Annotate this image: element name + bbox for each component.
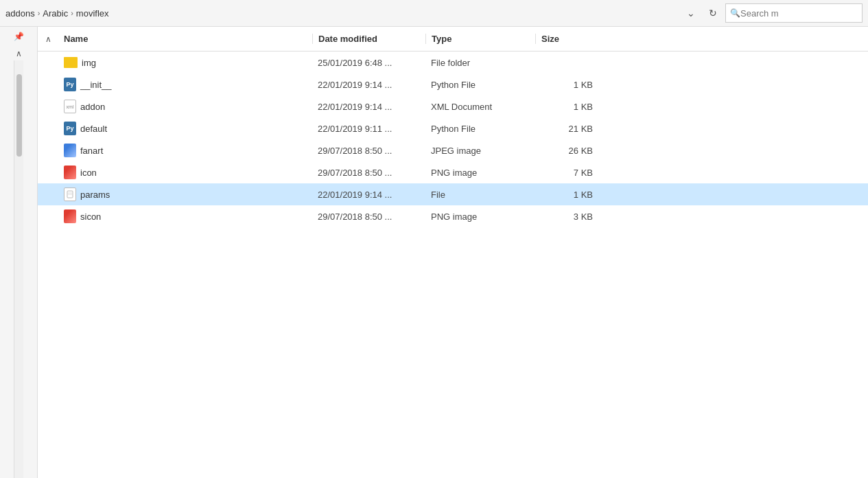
file-date-cell: 22/01/2019 9:14 ...: [312, 190, 425, 200]
file-icon: [64, 187, 76, 201]
table-row[interactable]: img 25/01/2019 6:48 ... File folder: [38, 52, 868, 73]
png-icon: [64, 209, 76, 223]
breadcrumb-arabic[interactable]: Arabic: [43, 8, 68, 19]
search-input[interactable]: [740, 8, 858, 19]
main-layout: 📌 ∧ ∧ Name Date modified Type Size img 2…: [0, 27, 868, 478]
breadcrumb-addons[interactable]: addons: [5, 8, 35, 19]
file-name-text: params: [80, 190, 110, 200]
file-date-cell: 22/01/2019 9:11 ...: [312, 124, 425, 134]
breadcrumb-sep-1: ›: [38, 9, 40, 17]
file-list: img 25/01/2019 6:48 ... File folder Py _…: [38, 52, 868, 478]
file-name-cell: params: [38, 187, 312, 201]
file-type-cell: JPEG image: [425, 146, 535, 156]
file-name-cell: fanart: [38, 144, 312, 157]
refresh-btn[interactable]: ↻: [703, 3, 723, 23]
python-icon: Py: [64, 78, 76, 91]
file-type-cell: PNG image: [425, 168, 535, 178]
top-bar: addons › Arabic › moviflex ⌄ ↻ 🔍: [0, 0, 868, 27]
dropdown-recent-btn[interactable]: ⌄: [681, 3, 701, 23]
file-name-text: img: [82, 58, 96, 68]
folder-icon: [64, 57, 78, 68]
scrollbar-thumb[interactable]: [16, 74, 22, 157]
breadcrumb: addons › Arabic › moviflex: [5, 8, 681, 19]
file-name-cell: xml addon: [38, 100, 312, 113]
png-icon: [64, 166, 76, 179]
xml-icon: xml: [64, 100, 76, 113]
col-header-name[interactable]: Name: [58, 34, 312, 44]
col-header-size[interactable]: Size: [535, 34, 604, 44]
file-date-cell: 29/07/2018 8:50 ...: [312, 168, 425, 178]
file-name-text: fanart: [80, 146, 103, 156]
file-type-cell: File: [425, 190, 535, 200]
file-name-cell: Py default: [38, 122, 312, 135]
file-size-cell: 1 KB: [535, 80, 604, 90]
file-name-cell: img: [38, 57, 312, 68]
table-row[interactable]: xml addon 22/01/2019 9:14 ... XML Docume…: [38, 95, 868, 117]
nav-collapse-btn[interactable]: ∧: [11, 46, 26, 60]
table-row[interactable]: icon 29/07/2018 8:50 ... PNG image 7 KB: [38, 161, 868, 183]
file-type-cell: PNG image: [425, 212, 535, 222]
column-header: ∧ Name Date modified Type Size: [38, 27, 868, 52]
pin-btn[interactable]: 📌: [11, 30, 26, 43]
file-date-cell: 25/01/2019 6:48 ...: [312, 58, 425, 68]
file-size-cell: 1 KB: [535, 102, 604, 112]
file-size-cell: 1 KB: [535, 190, 604, 200]
table-row[interactable]: fanart 29/07/2018 8:50 ... JPEG image 26…: [38, 139, 868, 161]
file-name-cell: sicon: [38, 209, 312, 223]
table-row[interactable]: Py default 22/01/2019 9:11 ... Python Fi…: [38, 117, 868, 139]
breadcrumb-moviflex[interactable]: moviflex: [76, 8, 109, 19]
file-name-text: sicon: [80, 212, 101, 222]
breadcrumb-sep-2: ›: [71, 9, 73, 17]
col-header-type[interactable]: Type: [425, 34, 535, 44]
file-type-cell: Python File: [425, 124, 535, 134]
python-icon: Py: [64, 122, 76, 135]
file-size-cell: 26 KB: [535, 146, 604, 156]
table-row[interactable]: params 22/01/2019 9:14 ... File 1 KB: [38, 183, 868, 205]
file-size-cell: 7 KB: [535, 168, 604, 178]
file-date-cell: 22/01/2019 9:14 ...: [312, 80, 425, 90]
jpeg-icon: [64, 144, 76, 157]
file-name-cell: Py __init__: [38, 78, 312, 91]
col-header-date[interactable]: Date modified: [312, 34, 425, 44]
search-icon: 🔍: [730, 8, 740, 18]
table-row[interactable]: Py __init__ 22/01/2019 9:14 ... Python F…: [38, 73, 868, 95]
scrollbar-area: [14, 60, 23, 478]
nav-pane: 📌 ∧: [0, 27, 38, 478]
file-name-text: __init__: [80, 80, 112, 90]
table-row[interactable]: sicon 29/07/2018 8:50 ... PNG image 3 KB: [38, 205, 868, 227]
file-type-cell: Python File: [425, 80, 535, 90]
file-type-cell: File folder: [425, 58, 535, 68]
file-name-cell: icon: [38, 166, 312, 179]
file-name-text: icon: [80, 168, 97, 178]
file-date-cell: 22/01/2019 9:14 ...: [312, 102, 425, 112]
search-box[interactable]: 🔍: [725, 3, 863, 23]
file-date-cell: 29/07/2018 8:50 ...: [312, 146, 425, 156]
file-pane: ∧ Name Date modified Type Size img 25/01…: [38, 27, 868, 478]
file-date-cell: 29/07/2018 8:50 ...: [312, 212, 425, 222]
file-type-cell: XML Document: [425, 102, 535, 112]
file-size-cell: 21 KB: [535, 124, 604, 134]
file-name-text: addon: [80, 102, 105, 112]
file-size-cell: 3 KB: [535, 212, 604, 222]
top-bar-actions: ⌄ ↻ 🔍: [681, 3, 863, 23]
file-name-text: default: [80, 124, 107, 134]
col-collapse-btn[interactable]: ∧: [38, 27, 58, 51]
